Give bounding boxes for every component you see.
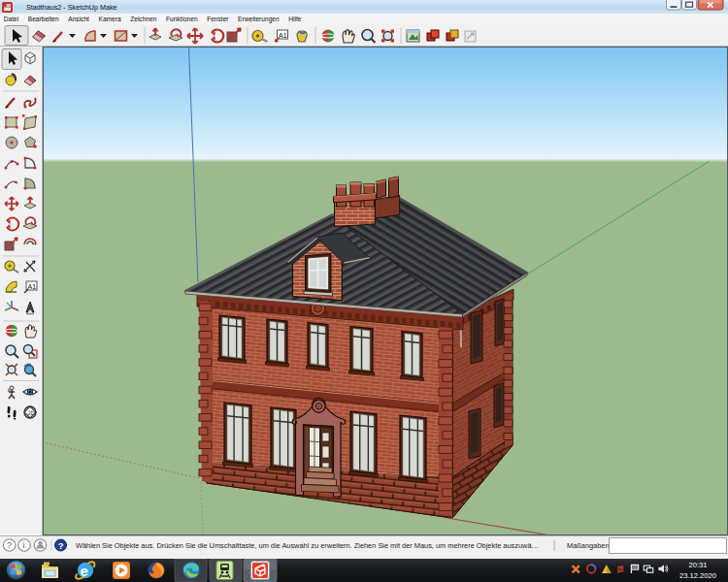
svg-text:2D: 2D <box>28 410 36 416</box>
svg-text:A1: A1 <box>28 283 37 290</box>
svg-text:e: e <box>81 563 88 579</box>
svg-text:A1: A1 <box>279 32 287 39</box>
svg-text:?: ? <box>58 540 64 551</box>
svg-text:i: i <box>23 540 25 550</box>
svg-text:?: ? <box>7 540 12 550</box>
